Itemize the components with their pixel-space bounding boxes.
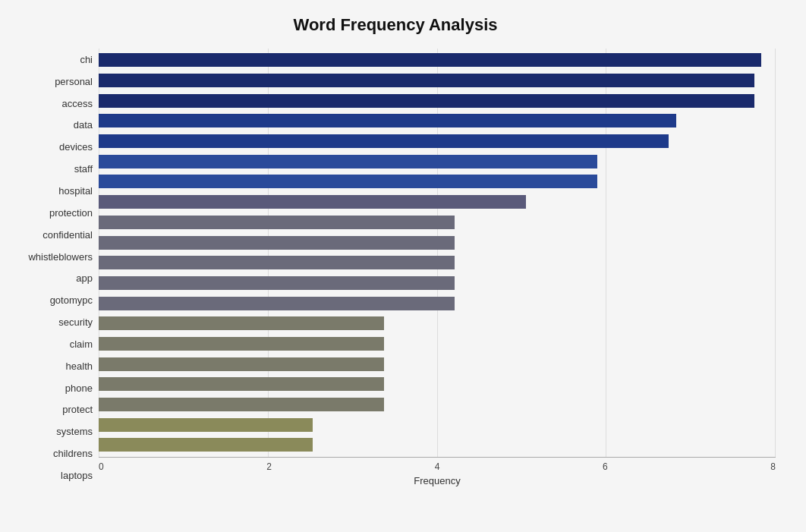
bar (99, 297, 455, 310)
y-label: access (15, 99, 93, 109)
bar (99, 438, 313, 452)
bar-row (99, 235, 776, 251)
bar (99, 134, 669, 148)
x-tick: 8 (770, 461, 776, 472)
y-labels: chipersonalaccessdatadevicesstaffhospita… (15, 49, 99, 486)
bar (99, 276, 455, 290)
bar (99, 236, 455, 250)
chart-title: Word Frequency Analysis (15, 15, 776, 35)
x-axis-label: Frequency (99, 475, 776, 486)
bar-row (99, 93, 776, 109)
bar (99, 377, 384, 391)
chart-container: Word Frequency Analysis chipersonalacces… (0, 0, 806, 532)
bar (99, 398, 384, 411)
bar (99, 53, 761, 67)
bar-row (99, 436, 776, 453)
bar (99, 155, 597, 168)
bar-row (99, 173, 776, 190)
bars-column (99, 49, 776, 457)
bar-row (99, 254, 776, 271)
bar (99, 74, 754, 87)
bar (99, 357, 384, 371)
y-label: chi (15, 55, 93, 65)
y-label: whistleblowers (15, 252, 93, 262)
y-label: devices (15, 142, 93, 152)
bar-row (99, 356, 776, 373)
y-label: laptops (15, 471, 93, 480)
bars-area (99, 49, 776, 457)
bar (99, 195, 526, 209)
bar-row (99, 194, 776, 210)
bar (99, 316, 384, 330)
bar (99, 94, 754, 108)
y-label: personal (15, 77, 93, 87)
y-label: hospital (15, 186, 93, 196)
bar-row (99, 376, 776, 392)
bar-row (99, 133, 776, 150)
bar-row (99, 295, 776, 312)
bar (99, 114, 676, 127)
x-tick: 0 (99, 461, 104, 472)
bar-row (99, 72, 776, 89)
bar-row (99, 112, 776, 129)
x-tick: 4 (435, 461, 440, 472)
bar-row (99, 275, 776, 291)
y-label: phone (15, 383, 93, 393)
bar (99, 337, 384, 351)
x-tick: 2 (266, 461, 272, 472)
y-label: staff (15, 164, 93, 174)
bar-row (99, 153, 776, 170)
bars-and-xaxis: 02468 Frequency (99, 49, 776, 486)
y-label: childrens (15, 449, 93, 458)
y-label: security (15, 317, 93, 327)
y-label: protection (15, 208, 93, 218)
y-label: systems (15, 427, 93, 436)
bar-row (99, 417, 776, 433)
y-label: data (15, 120, 93, 130)
bar-row (99, 315, 776, 332)
bar-row (99, 335, 776, 352)
bar-row (99, 52, 776, 68)
bar (99, 216, 455, 229)
x-axis: 02468 (99, 457, 776, 472)
bar (99, 418, 313, 432)
x-tick: 6 (603, 461, 608, 472)
y-label: app (15, 273, 93, 283)
bar-row (99, 214, 776, 231)
bar (99, 175, 597, 188)
bar-row (99, 396, 776, 413)
y-label: health (15, 361, 93, 371)
y-label: gotomypc (15, 295, 93, 305)
chart-area: chipersonalaccessdatadevicesstaffhospita… (15, 49, 776, 486)
y-label: confidential (15, 230, 93, 240)
y-label: protect (15, 405, 93, 414)
y-label: claim (15, 339, 93, 349)
bar (99, 256, 455, 269)
